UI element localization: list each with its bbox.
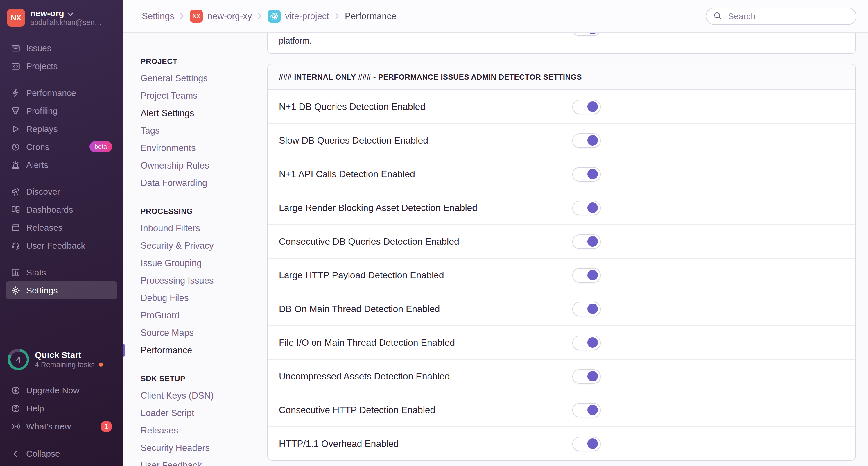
search-input[interactable] xyxy=(727,10,849,22)
toggle-switch[interactable] xyxy=(572,268,601,282)
toggle-switch[interactable] xyxy=(572,335,601,350)
settings-nav-item[interactable]: Ownership Rules xyxy=(141,157,242,174)
sidebar-item-whats-new[interactable]: What's new 1 xyxy=(6,417,117,435)
sidebar-item-discover[interactable]: Discover xyxy=(6,182,117,200)
sidebar-item-label: Releases xyxy=(26,222,62,232)
toggle-knob xyxy=(587,304,598,314)
settings-nav-item[interactable]: Processing Issues xyxy=(141,272,242,289)
user-email: abdullah.khan@sen… xyxy=(30,19,102,27)
toggle-switch[interactable] xyxy=(572,200,601,215)
settings-nav-item[interactable]: Data Forwarding xyxy=(141,174,242,192)
toggle-switch[interactable] xyxy=(572,436,601,451)
toggle-switch[interactable] xyxy=(572,99,601,114)
discover-icon xyxy=(11,187,20,196)
sidebar-item-dashboards[interactable]: Dashboards xyxy=(6,200,117,218)
panel-header: ### INTERNAL ONLY ### - PERFORMANCE ISSU… xyxy=(268,64,855,90)
sidebar-item-upgrade-now[interactable]: Upgrade Now xyxy=(6,381,117,399)
broadcast-icon xyxy=(11,422,20,431)
app: NX new-org abdullah.khan@sen… Issues Pro… xyxy=(0,0,868,466)
detector-setting-label: HTTP/1.1 Overhead Enabled xyxy=(268,438,399,449)
sidebar-item-label: Help xyxy=(26,403,44,413)
settings-nav: PROJECT General Settings Project Teams xyxy=(123,33,250,466)
toggle-switch[interactable] xyxy=(572,33,601,36)
settings-nav-item[interactable]: Tags xyxy=(141,122,242,139)
settings-nav-item[interactable]: Debug Files xyxy=(141,289,242,307)
settings-nav-item[interactable]: Environments xyxy=(141,139,242,157)
detector-setting-label: N+1 DB Queries Detection Enabled xyxy=(268,101,425,112)
sidebar-item-projects[interactable]: Projects xyxy=(6,57,117,75)
breadcrumb-organization[interactable]: NX new-org-xy xyxy=(190,9,252,22)
detector-setting-row: Slow DB Queries Detection Enabled xyxy=(268,123,855,157)
sidebar-item-releases[interactable]: Releases xyxy=(6,218,117,237)
org-name: new-org xyxy=(30,8,64,19)
settings-nav-section-title: SDK SETUP xyxy=(141,374,242,383)
sidebar-item-label: Issues xyxy=(26,43,52,53)
settings-nav-section-sdk-setup: SDK SETUP Client Keys (DSN) Loader Scrip… xyxy=(141,374,242,466)
settings-nav-section-title: PROJECT xyxy=(141,57,242,66)
settings-nav-item[interactable]: User Feedback xyxy=(141,457,242,466)
settings-nav-item[interactable]: Performance xyxy=(141,342,242,359)
sidebar-item-issues[interactable]: Issues xyxy=(6,39,117,57)
settings-nav-item[interactable]: Security & Privacy xyxy=(141,237,242,254)
projects-icon xyxy=(11,61,20,71)
settings-nav-item[interactable]: Source Maps xyxy=(141,324,242,342)
sidebar-item-alerts[interactable]: Alerts xyxy=(6,156,117,174)
sidebar-group-manage: Stats Settings xyxy=(6,263,117,299)
quick-start[interactable]: 4 Quick Start 4 Remaining tasks xyxy=(6,349,117,370)
detector-settings-panel: ### INTERNAL ONLY ### - PERFORMANCE ISSU… xyxy=(267,64,856,461)
detector-setting-label: File I/O on Main Thread Detection Enable… xyxy=(268,337,455,348)
toggle-switch[interactable] xyxy=(572,133,601,148)
cropped-panel: platform. xyxy=(267,33,856,54)
toggle-knob xyxy=(587,33,598,34)
org-switcher[interactable]: NX new-org abdullah.khan@sen… xyxy=(6,7,117,27)
sidebar-item-profiling[interactable]: Profiling xyxy=(6,102,117,120)
detector-setting-row: HTTP/1.1 Overhead Enabled xyxy=(268,427,855,460)
breadcrumb-project[interactable]: vite-project xyxy=(268,9,329,22)
settings-nav-item[interactable]: Issue Grouping xyxy=(141,254,242,272)
sidebar-item-label: Profiling xyxy=(26,106,58,116)
search-icon xyxy=(713,11,722,20)
chevron-left-icon xyxy=(11,449,20,458)
sidebar-item-label: User Feedback xyxy=(26,241,85,250)
settings-nav-item[interactable]: Security Headers xyxy=(141,439,242,457)
sidebar-item-user-feedback[interactable]: User Feedback xyxy=(6,237,117,254)
settings-nav-item[interactable]: Client Keys (DSN) xyxy=(141,387,242,404)
topbar: Settings NX new-org-xy vite-project Perf… xyxy=(123,0,868,33)
sidebar-item-label: Dashboards xyxy=(26,205,73,214)
sidebar-item-replays[interactable]: Replays xyxy=(6,120,117,138)
settings-nav-item[interactable]: Alert Settings xyxy=(141,104,242,122)
sidebar-item-help[interactable]: Help xyxy=(6,399,117,417)
help-icon xyxy=(11,404,20,413)
collapse-label: Collapse xyxy=(26,448,60,459)
quick-start-count: 4 xyxy=(10,351,26,368)
org-avatar: NX xyxy=(7,9,25,27)
collapse-sidebar-button[interactable]: Collapse xyxy=(6,444,117,463)
settings-nav-item[interactable]: Loader Script xyxy=(141,404,242,422)
sidebar-item-settings[interactable]: Settings xyxy=(6,281,117,299)
settings-nav-item[interactable]: Project Teams xyxy=(141,87,242,104)
toggle-switch[interactable] xyxy=(572,167,601,181)
detector-setting-label: Consecutive DB Queries Detection Enabled xyxy=(268,236,459,247)
toggle-switch[interactable] xyxy=(572,403,601,417)
chevron-right-icon xyxy=(258,13,262,19)
settings-nav-section-title: PROCESSING xyxy=(141,207,242,216)
settings-nav-item[interactable]: Releases xyxy=(141,422,242,439)
toggle-switch[interactable] xyxy=(572,302,601,316)
toggle-switch[interactable] xyxy=(572,369,601,383)
sidebar-item-label: Replays xyxy=(26,124,58,134)
sidebar-item-label: Upgrade Now xyxy=(26,385,79,395)
sidebar-item-crons[interactable]: Crons beta xyxy=(6,138,117,156)
detector-setting-label: Slow DB Queries Detection Enabled xyxy=(268,135,428,146)
sidebar-item-label: Performance xyxy=(26,88,76,98)
settings-nav-item[interactable]: ProGuard xyxy=(141,307,242,324)
breadcrumb-current-page: Performance xyxy=(345,11,396,21)
breadcrumb-settings[interactable]: Settings xyxy=(142,11,174,21)
toggle-switch[interactable] xyxy=(572,234,601,249)
detector-setting-row: Consecutive DB Queries Detection Enabled xyxy=(268,224,855,258)
detector-setting-label: DB On Main Thread Detection Enabled xyxy=(268,304,440,314)
sidebar-item-stats[interactable]: Stats xyxy=(6,263,117,281)
chevron-down-icon xyxy=(68,8,73,19)
sidebar-item-performance[interactable]: Performance xyxy=(6,84,117,102)
settings-nav-item[interactable]: Inbound Filters xyxy=(141,220,242,237)
settings-nav-item[interactable]: General Settings xyxy=(141,70,242,87)
